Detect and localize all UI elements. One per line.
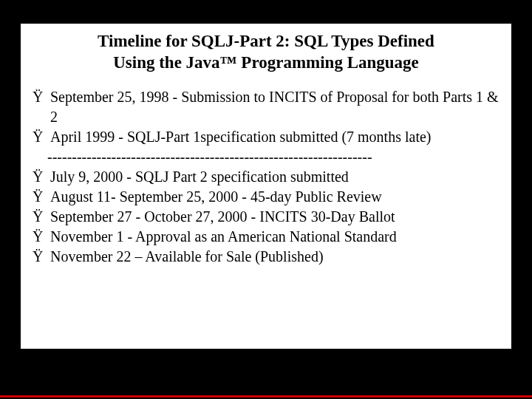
- list-item: November 1 - Approval as an American Nat…: [33, 227, 499, 247]
- slide: Timeline for SQLJ-Part 2: SQL Types Defi…: [0, 24, 532, 399]
- list-item: November 22 – Available for Sale (Publis…: [33, 247, 499, 267]
- slide-title: Timeline for SQLJ-Part 2: SQL Types Defi…: [44, 31, 488, 74]
- list-item: September 27 - October 27, 2000 - INCITS…: [33, 207, 499, 227]
- list-item: September 25, 1998 - Submission to INCIT…: [33, 87, 499, 127]
- title-line-2: Using the Java™ Programming Language: [113, 53, 419, 72]
- content-area: Timeline for SQLJ-Part 2: SQL Types Defi…: [21, 24, 511, 349]
- list-item: April 1999 - SQLJ-Part 1specification su…: [33, 127, 499, 147]
- title-line-1: Timeline for SQLJ-Part 2: SQL Types Defi…: [98, 32, 434, 50]
- footer-accent-bar: [0, 395, 532, 398]
- footer: ORACLE ®: [0, 387, 532, 399]
- list-item: July 9, 2000 - SQLJ Part 2 specification…: [33, 167, 499, 187]
- bullet-list-top: September 25, 1998 - Submission to INCIT…: [30, 87, 502, 147]
- bullet-list-bottom: July 9, 2000 - SQLJ Part 2 specification…: [30, 167, 502, 267]
- list-item: August 11- September 25, 2000 - 45-day P…: [33, 187, 499, 207]
- separator-line: ----------------------------------------…: [30, 147, 502, 167]
